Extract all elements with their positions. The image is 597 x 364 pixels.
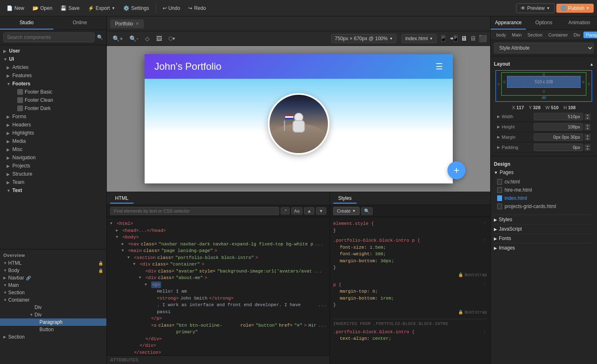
file-dropdown[interactable]: index.html ▼	[401, 34, 437, 43]
breadcrumb-paragraph[interactable]: Paragraph	[583, 32, 597, 38]
down-search-button[interactable]: ▼	[316, 207, 326, 215]
page-item-projects[interactable]: projects-grid-cards.html	[494, 202, 594, 211]
toggle-icon[interactable]: ▼	[116, 235, 121, 240]
height-input[interactable]	[534, 123, 583, 130]
select-tool-button[interactable]: ◇	[143, 34, 152, 43]
zoom-out-button[interactable]: 🔍-	[127, 34, 141, 43]
padding-input[interactable]	[534, 144, 583, 151]
width-input[interactable]	[534, 113, 583, 120]
sidebar-item-navigation[interactable]: ▶ Navigation	[0, 153, 106, 162]
overview-item-div[interactable]: Div	[0, 304, 106, 311]
padding-up-button[interactable]: ▲	[585, 144, 590, 147]
padding-down-button[interactable]: ▼	[585, 148, 590, 151]
canvas-size-display[interactable]: 750px × 670px @ 100% ▼	[331, 34, 397, 43]
overview-item-main[interactable]: ▼ Main	[0, 282, 106, 289]
breadcrumb-section[interactable]: Section	[525, 32, 545, 38]
toggle-icon[interactable]: ▶	[116, 228, 121, 234]
overview-item-navbar[interactable]: ▶ Navbar 🔗	[0, 274, 106, 282]
overview-item-html[interactable]: ▼ HTML 🔒	[0, 259, 106, 267]
overview-item-button[interactable]: Button	[0, 326, 106, 333]
toggle-icon[interactable]: ▼	[133, 262, 138, 268]
pages-collapse-icon[interactable]: ▼	[494, 170, 498, 175]
create-style-button[interactable]: Create ▼	[333, 207, 360, 215]
expand-icon[interactable]: ▶	[497, 145, 500, 149]
overview-item-div2[interactable]: ▼ Div	[0, 311, 106, 318]
sidebar-item-footer-dark[interactable]: Footer Dark	[0, 104, 106, 112]
tab-options[interactable]: Options	[526, 16, 561, 30]
sidebar-item-footer-basic[interactable]: Footer Basic	[0, 88, 106, 96]
toggle-icon[interactable]: ▶	[122, 242, 127, 247]
publish-button[interactable]: 🌐 Publish ▼	[556, 4, 594, 13]
desktop-icon[interactable]: 🖥	[470, 35, 476, 42]
css-menu-icon[interactable]: ⋮	[482, 220, 487, 227]
layout-section-header[interactable]: Layout ▲	[494, 60, 594, 69]
desktop-small-icon[interactable]: 🖥	[461, 35, 467, 42]
toggle-icon[interactable]: ▼	[127, 255, 132, 261]
toggle-icon[interactable]: ▼	[122, 248, 127, 254]
sidebar-item-highlights[interactable]: ▶ Highlights	[0, 129, 106, 137]
page-item-hireme[interactable]: hire-me.html	[494, 186, 594, 194]
overview-item-paragraph[interactable]: Paragraph	[0, 318, 106, 326]
page-item-cv[interactable]: cv.html	[494, 178, 594, 186]
sidebar-item-projects[interactable]: ▶ Projects	[0, 162, 106, 170]
margin-up-button[interactable]: ▲	[585, 134, 590, 137]
expand-icon[interactable]: ▶	[497, 135, 500, 139]
tab-animation[interactable]: Animation	[562, 16, 597, 30]
tab-styles[interactable]: Styles	[333, 194, 357, 204]
sidebar-item-headers[interactable]: ▶ Headers	[0, 121, 106, 129]
javascript-section-header[interactable]: ▶ JavaScript	[494, 224, 594, 234]
save-button[interactable]: 💾 Save	[57, 4, 83, 13]
fab-button[interactable]: +	[447, 161, 466, 179]
height-up-button[interactable]: ▲	[585, 124, 590, 127]
sidebar-item-forms[interactable]: ▶ Forms	[0, 112, 106, 121]
overview-item-section2[interactable]: ▶ Section	[0, 333, 106, 341]
height-down-button[interactable]: ▼	[585, 127, 590, 130]
breadcrumb-container[interactable]: Container	[546, 32, 570, 38]
sidebar-item-footer-clean[interactable]: Footer Clean	[0, 96, 106, 104]
tablet-icon[interactable]: 📲	[450, 34, 458, 42]
tab-html[interactable]: HTML	[110, 194, 134, 204]
layers-tool-button[interactable]: ⬡▾	[166, 34, 177, 43]
css-menu-icon[interactable]: ⋮	[482, 329, 487, 336]
sidebar-item-structure[interactable]: ▶ Structure	[0, 170, 106, 178]
overview-item-section[interactable]: ▼ Section	[0, 289, 106, 296]
toggle-icon[interactable]: ▼	[139, 275, 144, 281]
overview-item-body[interactable]: ▼ Body 🔒	[0, 267, 106, 274]
tab-online[interactable]: Online	[53, 16, 107, 30]
redo-button[interactable]: ↪ Redo	[185, 4, 209, 13]
style-attribute-select[interactable]: Style Attribute	[494, 43, 594, 53]
sidebar-item-user[interactable]: ▶ User	[0, 47, 106, 55]
zoom-in-button[interactable]: 🔍+	[110, 34, 125, 43]
export-button[interactable]: ⚡ Export ▼	[85, 4, 119, 13]
sidebar-item-text[interactable]: ▼ Text	[0, 186, 106, 195]
widescreen-icon[interactable]: ⬛	[479, 34, 487, 42]
expand-icon[interactable]: ▶	[497, 125, 500, 129]
new-button[interactable]: 📄 New	[3, 4, 28, 13]
breadcrumb-main[interactable]: Main	[509, 32, 524, 38]
css-menu-icon[interactable]: ⋮	[482, 237, 487, 244]
tab-close-icon[interactable]: ✕	[136, 21, 139, 26]
search-styles-button[interactable]: 🔍	[361, 207, 373, 215]
search-input[interactable]	[3, 32, 95, 42]
sidebar-item-ui[interactable]: ▼ UI	[0, 55, 106, 63]
open-button[interactable]: 📂 Open	[29, 4, 55, 13]
case-search-button[interactable]: Aa	[291, 207, 302, 215]
image-tool-button[interactable]: 🖼	[154, 34, 164, 43]
up-search-button[interactable]: ▲	[304, 207, 314, 215]
overview-item-container[interactable]: ▼ Container	[0, 296, 106, 304]
sidebar-item-misc[interactable]: ▶ Misc	[0, 145, 106, 153]
expand-icon[interactable]: ▶	[497, 114, 500, 119]
margin-input[interactable]	[534, 133, 583, 141]
mobile-icon[interactable]: 📱	[439, 34, 447, 42]
toggle-icon[interactable]: ▼	[110, 221, 115, 227]
css-menu-icon[interactable]: ⋮	[482, 282, 487, 288]
html-search-input[interactable]	[110, 207, 279, 215]
sidebar-item-team[interactable]: ▶ Team	[0, 178, 106, 186]
sidebar-item-features[interactable]: ▶ Features	[0, 71, 106, 80]
sidebar-item-footers[interactable]: ▼ Footers	[0, 80, 106, 88]
fonts-section-header[interactable]: ▶ Fonts	[494, 234, 594, 243]
images-section-header[interactable]: ▶ Images	[494, 243, 594, 252]
doc-tab-portfolio[interactable]: Portfolio ✕	[110, 19, 144, 28]
regex-search-button[interactable]: .*	[281, 207, 289, 215]
styles-section-header[interactable]: ▶ Styles	[494, 215, 594, 224]
